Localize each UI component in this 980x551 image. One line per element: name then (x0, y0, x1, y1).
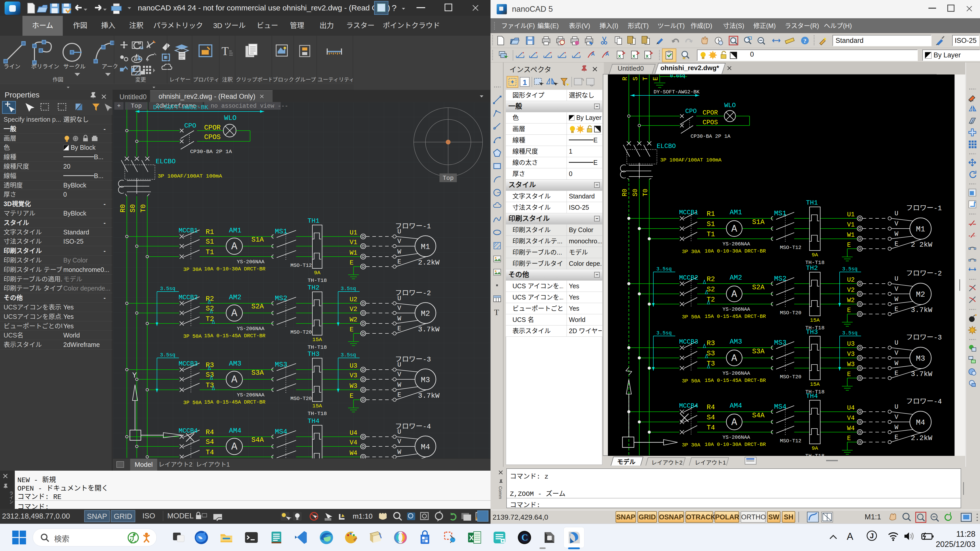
svg-text:2 2kW: 2 2kW (911, 241, 932, 249)
svg-text:3.5sq: 3.5sq (341, 286, 356, 292)
svg-text:E: E (350, 326, 353, 333)
svg-text:W: W (894, 230, 898, 238)
svg-text:Top: Top (442, 175, 453, 182)
svg-text:T4: T4 (206, 449, 214, 456)
svg-text:S4A: S4A (251, 436, 264, 444)
svg-text:U2: U2 (847, 276, 855, 284)
svg-text:フロワー-3: フロワー-3 (395, 356, 431, 364)
svg-text:U: U (894, 210, 898, 218)
svg-text:DY-SOFT-AWG2-BK: DY-SOFT-AWG2-BK (654, 89, 700, 95)
svg-text:MSO-T20: MSO-T20 (780, 374, 801, 380)
svg-text:V3: V3 (350, 372, 357, 380)
svg-text:15A 0-15-45A DRCT-BR: 15A 0-15-45A DRCT-BR (705, 378, 766, 383)
svg-text:9A: 9A (811, 252, 818, 258)
svg-text:MCCB3: MCCB3 (679, 338, 698, 346)
svg-text:MS1: MS1 (275, 228, 287, 235)
svg-text:TH1: TH1 (307, 217, 320, 225)
svg-text:TH3: TH3 (806, 328, 818, 336)
svg-text:S: S (632, 77, 639, 81)
svg-text:MS2: MS2 (275, 295, 287, 302)
svg-text:W: W (397, 448, 401, 456)
svg-text:3.7kW: 3.7kW (911, 370, 932, 378)
svg-text:M3: M3 (916, 354, 925, 363)
svg-text:YS-206NAA: YS-206NAA (722, 306, 750, 312)
svg-text:E: E (894, 306, 898, 313)
svg-text:MSO-T12: MSO-T12 (780, 245, 801, 251)
svg-text:YS-206NAA: YS-206NAA (722, 241, 750, 247)
svg-text:15A 0-15-45A DRCT-BR: 15A 0-15-45A DRCT-BR (705, 313, 766, 319)
svg-text:V: V (397, 238, 401, 245)
svg-text:TH-T18: TH-T18 (805, 453, 824, 456)
svg-text:3.5sq: 3.5sq (842, 330, 858, 336)
svg-text:15A: 15A (312, 403, 322, 409)
svg-text:15A 0-15-45A DRCT-BR: 15A 0-15-45A DRCT-BR (204, 399, 266, 405)
svg-text:MS4: MS4 (774, 403, 787, 411)
svg-text:CP30-BA 2P 1A: CP30-BA 2P 1A (690, 133, 730, 139)
svg-text:WLO: WLO (224, 114, 237, 122)
svg-text:フロワー-1: フロワー-1 (906, 205, 942, 212)
svg-text:E: E (847, 435, 851, 442)
svg-text:9A: 9A (811, 445, 818, 451)
svg-text:ELCBO: ELCBO (657, 143, 676, 150)
svg-text:3.7kW: 3.7kW (418, 326, 439, 333)
svg-text:V1: V1 (847, 221, 855, 229)
svg-text:3P 30A: 3P 30A (682, 249, 700, 254)
svg-text:A: A (732, 417, 737, 428)
svg-text:フロワー-2: フロワー-2 (395, 289, 431, 297)
svg-text:x: x (618, 53, 621, 59)
svg-text:2.2kW: 2.2kW (418, 259, 439, 267)
svg-text:T1: T1 (206, 248, 214, 256)
svg-text:E: E (397, 325, 401, 332)
svg-text:W3: W3 (847, 361, 855, 368)
svg-text:YS-206NAA: YS-206NAA (722, 370, 750, 376)
svg-text:V4: V4 (350, 439, 357, 446)
svg-text:MSO-T20: MSO-T20 (780, 310, 801, 316)
svg-text:3P 50A: 3P 50A (682, 314, 700, 320)
svg-text:MCCB2: MCCB2 (679, 274, 698, 282)
svg-text:TH-T18: TH-T18 (307, 411, 327, 416)
svg-text:E: E (397, 391, 401, 399)
svg-text:MS3: MS3 (774, 339, 787, 347)
svg-text:V2: V2 (847, 286, 855, 294)
svg-text:E: E (894, 240, 898, 248)
svg-text:W3: W3 (350, 383, 357, 390)
svg-text:x: x (646, 53, 649, 59)
svg-text:T: T (494, 308, 499, 317)
svg-text:1: 1 (523, 78, 527, 86)
svg-text:A: A (231, 374, 237, 386)
svg-text:W2: W2 (350, 316, 357, 324)
svg-text:MS2: MS2 (774, 275, 787, 283)
svg-text:3P 50A: 3P 50A (183, 333, 202, 339)
svg-text:C: C (522, 532, 528, 543)
svg-text:E: E (847, 371, 851, 378)
svg-text:3.5sq: 3.5sq (160, 286, 175, 292)
svg-text:AM2: AM2 (229, 294, 242, 301)
svg-text:3.5sq: 3.5sq (842, 266, 858, 272)
svg-text:3P 50A: 3P 50A (183, 400, 202, 406)
svg-text:3.7kW: 3.7kW (418, 392, 439, 400)
svg-text:T1: T1 (707, 230, 715, 238)
svg-text:S4: S4 (206, 438, 214, 446)
svg-text:10A 0-10-30A DRCT-BR: 10A 0-10-30A DRCT-BR (204, 266, 266, 272)
svg-text:CPOR: CPOR (703, 109, 718, 117)
svg-text:x: x (632, 53, 635, 59)
svg-text:R1: R1 (707, 210, 715, 218)
svg-text:YS-206NAA: YS-206NAA (237, 392, 264, 398)
svg-text:0.6sq: 0.6sq (670, 75, 685, 79)
svg-text:W4: W4 (847, 425, 855, 432)
svg-text:YS-206NAA: YS-206NAA (722, 434, 750, 440)
svg-text:YS-206NAA: YS-206NAA (237, 326, 264, 332)
svg-text:W2: W2 (847, 297, 855, 304)
svg-text:A: A (231, 241, 237, 252)
svg-text:AM1: AM1 (730, 209, 742, 216)
svg-text:E: E (847, 306, 851, 314)
svg-text:TH-T18: TH-T18 (307, 278, 327, 283)
svg-text:10A 0-10-30A DRCT-BR: 10A 0-10-30A DRCT-BR (705, 441, 766, 448)
svg-text:T4: T4 (707, 424, 715, 432)
svg-text:U3: U3 (350, 362, 357, 370)
svg-text:YS-206NAA: YS-206NAA (237, 259, 264, 265)
svg-text:A: A (732, 353, 737, 364)
svg-text:E: E (350, 392, 353, 400)
svg-text:CPO: CPO (184, 122, 196, 130)
svg-text:AM3: AM3 (730, 338, 742, 346)
